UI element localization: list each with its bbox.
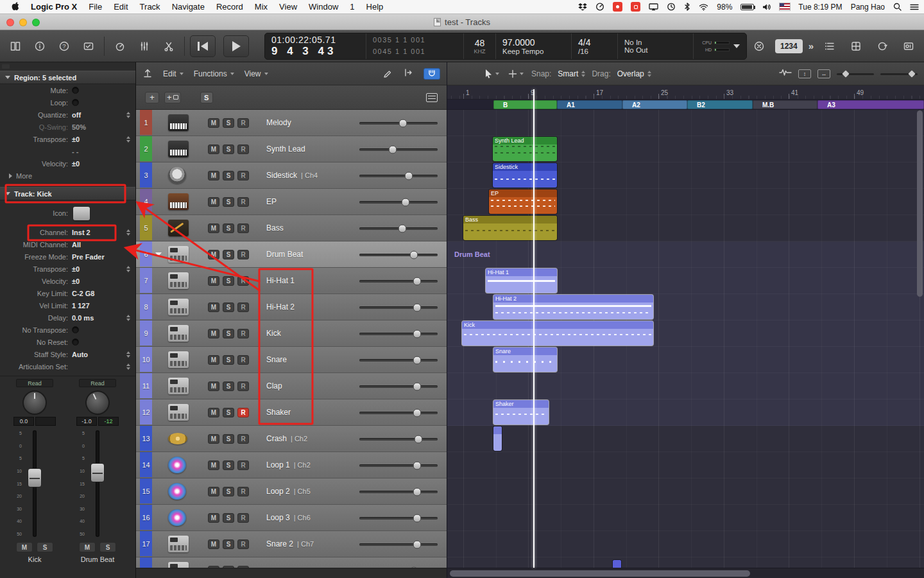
mute-button[interactable]: M (208, 250, 219, 259)
inspector-row-delay[interactable]: Delay:0.0 ms (0, 311, 135, 324)
track-lane[interactable] (447, 557, 924, 568)
lcd-sample-rate[interactable]: 48 (475, 38, 485, 48)
track-lane[interactable] (447, 426, 924, 452)
automation-mode-button[interactable]: Read (79, 379, 116, 387)
mute-button[interactable]: M (208, 276, 219, 286)
lcd-smpte-time[interactable]: 01:00:22:05.71 (271, 35, 359, 45)
region-bass[interactable]: Bass (463, 216, 557, 240)
vertical-zoom-slider[interactable] (837, 69, 874, 78)
lcd-mode-chevron-icon[interactable] (733, 44, 740, 48)
count-badge-button[interactable]: 1234 (775, 39, 803, 53)
volume-thumb[interactable] (413, 330, 422, 338)
volume-thumb[interactable] (413, 277, 422, 286)
solo-button[interactable]: S (99, 542, 116, 552)
waveform-zoom-icon[interactable] (779, 68, 792, 79)
menubar-menu-mix[interactable]: Mix (249, 2, 273, 12)
record-button[interactable]: R (237, 197, 249, 207)
solo-button[interactable]: S (223, 250, 234, 259)
wifi-icon[interactable] (699, 3, 708, 11)
track-header-snare[interactable]: 10MSRSnare (136, 347, 447, 373)
disclosure-down-icon[interactable] (5, 192, 10, 195)
inspector-row-transpose[interactable]: Transpose:±0 (0, 263, 135, 275)
horizontal-scroll-thumb[interactable] (450, 570, 750, 577)
editors-scissors-button[interactable] (158, 35, 179, 58)
track-header-ep[interactable]: 4MSREP (136, 189, 447, 215)
stepper-updown-icon[interactable] (126, 229, 130, 236)
airplay-icon[interactable] (649, 3, 658, 11)
tracks-menu-functions[interactable]: Functions (194, 69, 234, 78)
horizontal-fit-zoom-button[interactable]: ↔ (817, 69, 830, 78)
mute-button[interactable]: M (208, 381, 219, 391)
arrangement-marker-m-b[interactable]: M.B (753, 100, 817, 109)
track-header-drum-beat[interactable]: 6MSRDrum Beat (136, 241, 447, 268)
arrangement-marker-a3[interactable]: A3 (817, 100, 924, 109)
volume-slider[interactable] (359, 333, 438, 335)
dropbox-icon[interactable] (578, 3, 587, 11)
play-button[interactable] (223, 35, 249, 57)
param-checkbox[interactable] (72, 87, 79, 94)
catch-playhead-icon[interactable] (403, 67, 413, 80)
track-lane[interactable] (447, 531, 924, 557)
drag-popup[interactable]: Overlap (617, 69, 651, 78)
solo-button[interactable]: S (223, 434, 234, 444)
lcd-display[interactable]: 01:00:22:05.71 9 4 3 43 0035 1 1 001 004… (264, 33, 747, 60)
command-click-tool-button[interactable] (507, 69, 525, 78)
region-sidestick[interactable]: Sidestick (493, 163, 557, 188)
inspector-row-freeze-mode[interactable]: Freeze Mode:Pre Fader (0, 250, 135, 263)
region-hi-hat-1[interactable]: Hi-Hat 1 (486, 268, 557, 293)
volume-thumb[interactable] (414, 435, 422, 444)
app-menu[interactable]: Logic Pro X (25, 2, 83, 12)
quick-help-button[interactable]: ? (54, 35, 74, 58)
volume-thumb[interactable] (410, 251, 418, 259)
mute-button[interactable]: M (208, 144, 219, 154)
inspector-row-midi-channel[interactable]: MIDI Channel:All (0, 238, 135, 250)
arrangement-marker-a2[interactable]: A2 (622, 100, 687, 109)
region-synth-lead[interactable]: Synth Lead (493, 137, 557, 161)
mixer-button[interactable] (134, 35, 155, 58)
mute-button[interactable]: M (208, 355, 219, 365)
track-lane[interactable] (447, 452, 924, 478)
vertical-scroll-thumb[interactable] (917, 110, 923, 297)
record-button[interactable]: R (237, 381, 249, 391)
apple-loops-button[interactable] (872, 35, 893, 58)
minimize-window-button[interactable] (19, 19, 27, 26)
solo-button[interactable]: S (223, 408, 234, 417)
volume-slider[interactable] (359, 254, 438, 256)
record-button[interactable]: R (237, 329, 249, 338)
volume-thumb[interactable] (399, 119, 407, 128)
volume-slider[interactable] (359, 359, 438, 362)
tracks-menu-edit[interactable]: Edit (163, 69, 184, 78)
solo-button[interactable]: S (223, 276, 234, 286)
track-header-config-icon[interactable] (426, 93, 438, 102)
track-lane[interactable] (447, 110, 924, 136)
duplicate-track-button[interactable]: + (164, 92, 181, 103)
volume-slider[interactable] (359, 517, 438, 520)
volume-slider[interactable] (359, 543, 438, 546)
rewind-button[interactable] (190, 35, 216, 57)
record-button[interactable]: R (237, 302, 249, 312)
track-lane[interactable] (447, 373, 924, 399)
notepads-button[interactable] (846, 35, 866, 58)
volume-slider[interactable] (359, 491, 438, 493)
track-header-row-18[interactable]: 18MSR (136, 557, 447, 568)
solo-button[interactable]: S (223, 355, 234, 365)
stepper-updown-icon[interactable] (126, 315, 130, 321)
region-lanes[interactable]: Drum BeatSynth LeadSidestickEPBassHi-Hat… (447, 110, 924, 568)
track-header-hi-hat-1[interactable]: 7MSRHi-Hat 1 (136, 268, 447, 294)
inspector-row-key-limit[interactable]: Key Limit:C-2 G8 (0, 287, 135, 299)
mute-button[interactable]: M (208, 118, 219, 128)
menubar-menu-1[interactable]: 1 (344, 2, 360, 12)
pan-knob[interactable] (81, 387, 114, 419)
region-snare[interactable]: Snare (493, 347, 557, 372)
menubar-menu-navigate[interactable]: Navigate (166, 2, 210, 12)
spotlight-icon[interactable] (893, 3, 902, 11)
menubar-menu-file[interactable]: File (83, 2, 108, 12)
volume-thumb[interactable] (413, 383, 422, 391)
volume-thumb[interactable] (413, 514, 422, 523)
track-lane[interactable] (447, 241, 924, 268)
param-checkbox[interactable] (72, 338, 79, 346)
track-header-kick[interactable]: 9MSRKick (136, 320, 447, 347)
record-button[interactable]: R (237, 513, 249, 523)
record-button[interactable]: R (237, 171, 249, 180)
apple-menu[interactable] (5, 1, 25, 13)
